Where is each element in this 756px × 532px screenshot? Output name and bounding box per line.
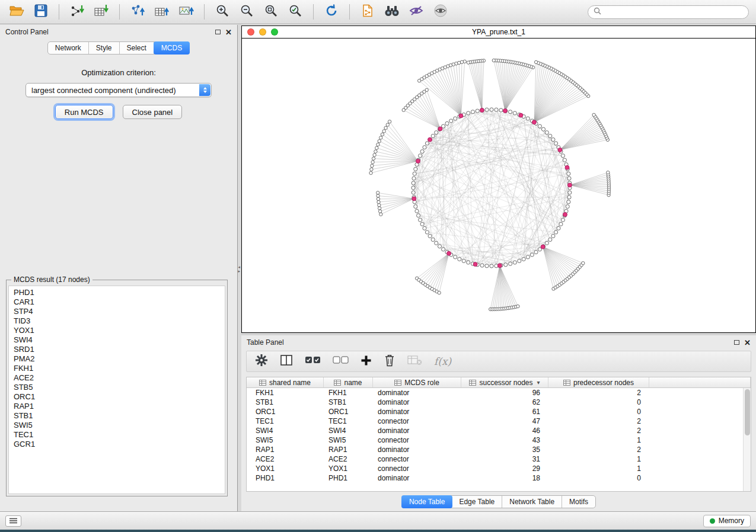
mcds-result-item[interactable]: PMA2 <box>14 354 220 364</box>
column-header-name[interactable]: name <box>324 377 373 387</box>
network-from-clipboard-button[interactable] <box>358 3 377 21</box>
sort-dropdown-icon[interactable]: ▾ <box>537 379 540 386</box>
deselect-all-columns-icon[interactable] <box>333 355 349 368</box>
hide-selection-button[interactable] <box>407 3 426 21</box>
mcds-result-item[interactable]: ORC1 <box>14 392 220 402</box>
mcds-result-list[interactable]: PHD1CAR1STP4TID3YOX1SWI4SRD1PMA2FKH1ACE2… <box>8 286 225 494</box>
save-session-button[interactable] <box>31 3 50 21</box>
control-panel-title: Control Panel <box>5 28 49 36</box>
refresh-button[interactable] <box>322 3 341 21</box>
table-row[interactable]: RAP1RAP1dominator352 <box>247 445 743 454</box>
mcds-result-item[interactable]: SWI5 <box>14 421 220 430</box>
table-toolbar: f(x) <box>246 351 751 372</box>
mcds-result-item[interactable]: ACE2 <box>14 373 220 383</box>
float-panel-icon[interactable] <box>734 340 739 345</box>
float-panel-icon[interactable] <box>215 30 221 34</box>
close-panel-icon[interactable]: ✕ <box>225 28 232 36</box>
table-scrollbar[interactable] <box>743 388 751 491</box>
export-network-button[interactable] <box>128 3 147 21</box>
column-grid-icon <box>394 380 401 386</box>
table-cell: ORC1 <box>247 407 324 416</box>
splitter-grip-icon[interactable]: ◂▸ <box>238 265 241 273</box>
tab-network-table[interactable]: Network Table <box>502 496 562 508</box>
mcds-result-item[interactable]: TID3 <box>14 316 220 326</box>
status-bar: Memory <box>0 511 756 530</box>
tab-style[interactable]: Style <box>89 42 120 54</box>
criterion-select[interactable]: largest connected component (undirected) <box>25 83 212 97</box>
minimize-window-icon[interactable] <box>259 28 266 36</box>
export-table-button[interactable] <box>152 3 171 21</box>
table-row[interactable]: SWI5SWI5connector431 <box>247 435 743 445</box>
export-image-button[interactable] <box>177 3 196 21</box>
mcds-result-item[interactable]: STB1 <box>14 411 220 421</box>
table-row[interactable]: TEC1TEC1connector472 <box>247 416 743 426</box>
table-row[interactable]: STB1STB1dominator620 <box>247 398 743 407</box>
column-header-successor-nodes[interactable]: successor nodes ▾ <box>461 377 548 387</box>
mcds-result-item[interactable]: CAR1 <box>14 297 220 307</box>
column-grid-icon <box>563 380 570 386</box>
toolbar-separator <box>349 4 350 20</box>
column-header-shared-name[interactable]: shared name <box>247 377 324 387</box>
tab-node-table[interactable]: Node Table <box>401 495 453 508</box>
tab-mcds[interactable]: MCDS <box>154 41 190 55</box>
table-row[interactable]: FKH1FKH1dominator962 <box>247 388 743 398</box>
table-cell: RAP1 <box>247 445 324 454</box>
mcds-result-item[interactable]: STB5 <box>14 383 220 392</box>
zoom-in-button[interactable] <box>213 3 232 21</box>
mcds-result-item[interactable]: RAP1 <box>14 402 220 411</box>
column-header-predecessor-nodes[interactable]: predecessor nodes <box>548 377 649 387</box>
delete-column-trash-icon[interactable] <box>384 354 395 369</box>
mcds-result-item[interactable]: FKH1 <box>14 364 220 373</box>
task-history-button[interactable] <box>5 515 21 527</box>
maximize-window-icon[interactable] <box>271 28 278 36</box>
table-row[interactable]: YOX1YOX1connector291 <box>247 464 743 473</box>
zoom-fit-button[interactable] <box>261 3 280 21</box>
search-network-button[interactable] <box>382 3 401 21</box>
table-cell: PHD1 <box>324 473 373 483</box>
network-window-titlebar[interactable]: YPA_prune.txt_1 <box>242 26 755 39</box>
select-all-columns-icon[interactable] <box>305 355 321 368</box>
search-box[interactable] <box>588 5 749 19</box>
table-settings-gear-icon[interactable] <box>255 354 268 369</box>
table-row[interactable]: ACE2ACE2connector311 <box>247 454 743 464</box>
search-input[interactable] <box>605 8 743 16</box>
close-window-icon[interactable] <box>247 28 254 36</box>
mcds-result-item[interactable]: SRD1 <box>14 345 220 354</box>
table-row[interactable]: PHD1PHD1dominator180 <box>247 473 743 483</box>
mcds-result-item[interactable]: GCR1 <box>14 440 220 449</box>
column-header-mcds-role[interactable]: MCDS role <box>373 377 461 387</box>
scrollbar-thumb[interactable] <box>745 389 750 435</box>
mcds-result-item[interactable]: SWI4 <box>14 335 220 345</box>
tab-motifs[interactable]: Motifs <box>562 496 595 508</box>
run-mcds-button[interactable]: Run MCDS <box>55 105 113 119</box>
binoculars-icon <box>384 4 400 20</box>
mcds-result-item[interactable]: YOX1 <box>14 326 220 335</box>
memory-button[interactable]: Memory <box>703 515 751 527</box>
show-columns-icon[interactable] <box>280 354 293 368</box>
show-selection-button[interactable] <box>431 3 450 21</box>
table-row[interactable]: SWI4SWI4dominator462 <box>247 426 743 435</box>
eye-slash-icon <box>409 4 424 20</box>
table-cell: ACE2 <box>324 454 373 464</box>
import-network-button[interactable] <box>68 3 87 21</box>
close-panel-button[interactable]: Close panel <box>123 105 183 119</box>
list-icon <box>9 518 17 524</box>
network-canvas[interactable] <box>242 39 755 332</box>
tab-select[interactable]: Select <box>120 42 154 54</box>
mcds-result-item[interactable]: STP4 <box>14 307 220 316</box>
column-grid-icon <box>334 380 341 386</box>
mcds-result-item[interactable]: PHD1 <box>14 288 220 297</box>
open-session-button[interactable] <box>7 3 26 21</box>
zoom-out-button[interactable] <box>237 3 256 21</box>
create-column-plus-icon[interactable] <box>361 355 372 368</box>
close-panel-icon[interactable]: ✕ <box>744 339 751 347</box>
mcds-result-item[interactable]: TEC1 <box>14 430 220 440</box>
tab-network[interactable]: Network <box>48 42 89 54</box>
delete-table-icon-disabled <box>407 355 422 368</box>
tab-edge-table[interactable]: Edge Table <box>452 496 502 508</box>
table-row[interactable]: ORC1ORC1dominator610 <box>247 407 743 416</box>
import-table-button[interactable] <box>92 3 111 21</box>
table-cell: 2 <box>548 445 649 454</box>
optimization-criterion-label: Optimization criterion: <box>0 68 237 77</box>
zoom-selected-button[interactable] <box>286 3 305 21</box>
